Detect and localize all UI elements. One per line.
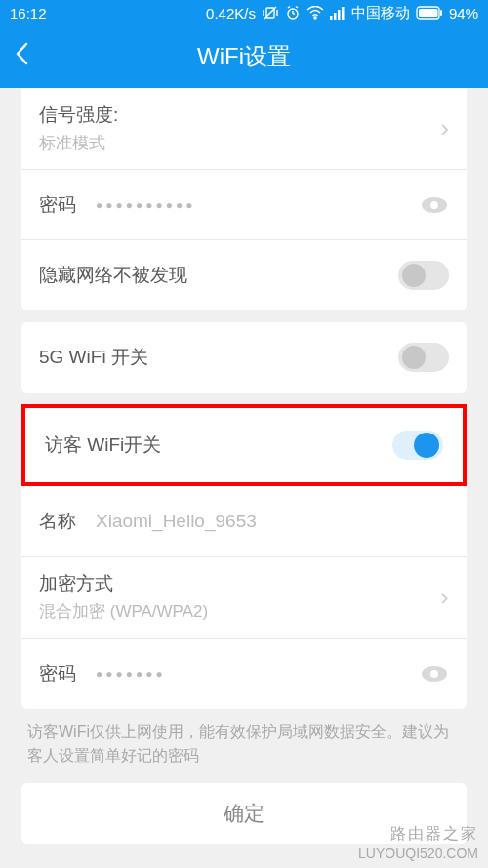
signal-strength-label: 信号强度: — [39, 103, 118, 128]
hide-network-row: 隐藏网络不被发现 — [21, 240, 467, 310]
watermark: 路由器之家 LUYOUQI520.COM — [358, 824, 478, 862]
back-button[interactable] — [14, 41, 29, 73]
svg-rect-13 — [342, 7, 345, 20]
svg-rect-16 — [440, 10, 442, 16]
chevron-right-icon: › — [440, 582, 449, 612]
signal-strength-row[interactable]: 信号强度: 标准模式 › — [21, 88, 467, 170]
svg-rect-10 — [330, 16, 333, 20]
svg-rect-12 — [338, 10, 341, 20]
chevron-right-icon: › — [440, 113, 449, 144]
page-title: WiFi设置 — [0, 41, 488, 72]
signal-icon — [330, 6, 346, 20]
guest-wifi-switch-row: 访客 WiFi开关 — [27, 410, 461, 480]
highlight-box: 访客 WiFi开关 — [21, 404, 467, 486]
guest-name-label: 名称 — [39, 509, 76, 534]
guest-wifi-card: 访客 WiFi开关 名称 Xiaomi_Hello_9653 加密方式 混合加密… — [21, 404, 467, 709]
svg-point-18 — [430, 201, 438, 209]
status-right: 0.42K/s 中国移动 94% — [47, 4, 478, 22]
confirm-label: 确定 — [224, 800, 264, 827]
eye-icon[interactable] — [420, 664, 449, 683]
status-bar: 16:12 0.42K/s 中国移动 94% — [0, 0, 488, 25]
guest-encryption-row[interactable]: 加密方式 混合加密 (WPA/WPA2) › — [21, 557, 467, 639]
wifi-icon — [306, 6, 324, 20]
guest-password-row[interactable]: 密码 ●●●●●●● — [21, 639, 467, 709]
password-masked: ●●●●●●●●●● — [96, 198, 195, 212]
svg-rect-11 — [334, 13, 337, 20]
password-row[interactable]: 密码 ●●●●●●●●●● — [21, 170, 467, 240]
signal-strength-mode: 标准模式 — [39, 132, 118, 154]
hide-network-toggle[interactable] — [398, 261, 449, 290]
main-wifi-card: 信号强度: 标准模式 › 密码 ●●●●●●●●●● 隐藏网络不被发现 — [21, 88, 467, 310]
svg-line-8 — [296, 7, 298, 9]
guest-name-row[interactable]: 名称 Xiaomi_Hello_9653 — [21, 486, 467, 557]
guest-wifi-switch-label: 访客 WiFi开关 — [45, 433, 161, 458]
network-speed: 0.42K/s — [206, 5, 256, 21]
svg-rect-15 — [419, 9, 438, 17]
eye-icon[interactable] — [420, 195, 449, 215]
password-label: 密码 — [39, 192, 76, 218]
guest-password-masked: ●●●●●●● — [96, 667, 166, 681]
wifi-5g-label: 5G WiFi 开关 — [39, 345, 148, 370]
battery-icon — [416, 6, 443, 20]
guest-wifi-toggle[interactable] — [392, 431, 443, 460]
svg-point-20 — [430, 670, 438, 678]
guest-password-label: 密码 — [39, 661, 76, 686]
svg-point-9 — [314, 17, 316, 19]
wifi-5g-card: 5G WiFi 开关 — [21, 322, 467, 393]
alarm-icon — [285, 5, 301, 21]
wifi-5g-row: 5G WiFi 开关 — [21, 322, 467, 393]
hide-network-label: 隐藏网络不被发现 — [39, 263, 187, 288]
guest-encryption-value: 混合加密 (WPA/WPA2) — [39, 600, 208, 623]
battery-pct: 94% — [449, 5, 478, 21]
wifi-5g-toggle[interactable] — [398, 343, 449, 372]
watermark-line2: LUYOUQI520.COM — [358, 845, 478, 862]
carrier: 中国移动 — [351, 4, 410, 22]
svg-line-7 — [288, 7, 290, 9]
vibrate-icon — [262, 5, 279, 21]
watermark-line1: 路由器之家 — [358, 824, 478, 845]
guest-encryption-label: 加密方式 — [39, 571, 208, 597]
status-time: 16:12 — [10, 5, 47, 21]
header: WiFi设置 — [0, 25, 488, 88]
guest-name-value: Xiaomi_Hello_9653 — [96, 511, 257, 532]
guest-help-text: 访客WiFi仅供上网使用，能有效保护局域网数据安全。建议为客人设置简单好记的密码 — [21, 709, 467, 781]
